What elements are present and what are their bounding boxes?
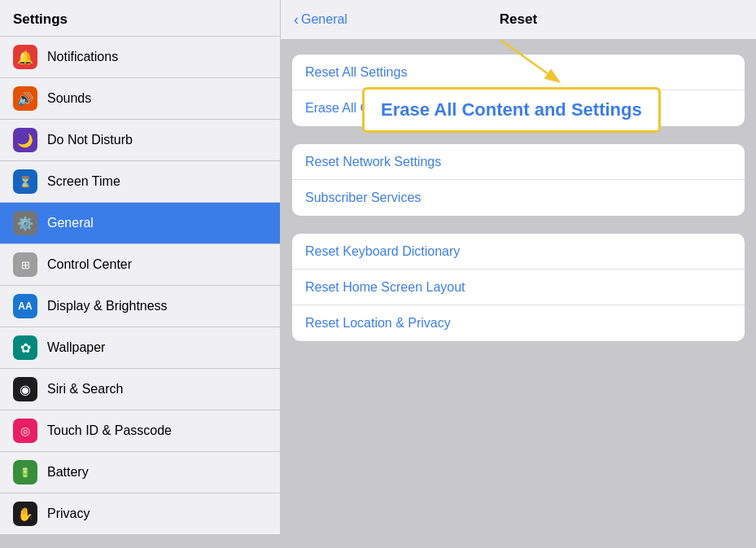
sidebar-item-siri-search[interactable]: ◉ Siri & Search xyxy=(0,369,280,410)
tooltip-box: Erase All Content and Settings xyxy=(362,87,661,133)
subscriber-services-label: Subscriber Services xyxy=(305,191,421,205)
sidebar-title: Settings xyxy=(13,11,68,27)
tooltip-container: Erase All Content and Settings xyxy=(362,87,661,133)
reset-home-row[interactable]: Reset Home Screen Layout xyxy=(292,270,745,305)
sidebar-item-notifications[interactable]: 🔔 Notifications xyxy=(0,37,280,78)
touch-id-icon: ◎ xyxy=(13,419,37,443)
tooltip-text: Erase All Content and Settings xyxy=(381,99,642,121)
sounds-icon: 🔊 xyxy=(13,86,37,111)
main-body: Reset All Settings Erase All Content and… xyxy=(281,40,756,548)
back-chevron-icon: ‹ xyxy=(294,11,299,28)
sidebar-item-label: General xyxy=(47,216,94,230)
reset-network-label: Reset Network Settings xyxy=(305,155,441,169)
general-icon: ⚙️ xyxy=(13,211,37,235)
siri-icon: ◉ xyxy=(13,377,37,401)
sidebar-item-privacy[interactable]: ✋ Privacy xyxy=(0,493,280,535)
back-label: General xyxy=(301,12,347,27)
subscriber-services-row[interactable]: Subscriber Services xyxy=(292,180,745,216)
main-title: Reset xyxy=(294,11,743,28)
sidebar-item-label: Touch ID & Passcode xyxy=(47,423,172,438)
sidebar-item-label: Control Center xyxy=(47,257,132,272)
reset-group-3: Reset Keyboard Dictionary Reset Home Scr… xyxy=(292,234,745,341)
sidebar-item-touch-id[interactable]: ◎ Touch ID & Passcode xyxy=(0,410,280,452)
reset-home-label: Reset Home Screen Layout xyxy=(305,280,465,295)
privacy-icon: ✋ xyxy=(13,502,37,526)
reset-keyboard-row[interactable]: Reset Keyboard Dictionary xyxy=(292,234,745,270)
sidebar-item-sounds[interactable]: 🔊 Sounds xyxy=(0,78,280,120)
sidebar-item-screen-time[interactable]: ⏳ Screen Time xyxy=(0,161,280,203)
reset-location-row[interactable]: Reset Location & Privacy xyxy=(292,305,745,341)
reset-group-2: Reset Network Settings Subscriber Servic… xyxy=(292,144,745,216)
sidebar-item-display-brightness[interactable]: AA Display & Brightness xyxy=(0,286,280,327)
sidebar-item-battery[interactable]: 🔋 Battery xyxy=(0,452,280,493)
sidebar-item-label: Notifications xyxy=(47,50,118,64)
sidebar-item-do-not-disturb[interactable]: 🌙 Do Not Disturb xyxy=(0,120,280,161)
sidebar-item-control-center[interactable]: ⊞ Control Center xyxy=(0,244,280,286)
sidebar-divider xyxy=(0,535,280,548)
sidebar: Settings 🔔 Notifications 🔊 Sounds 🌙 Do N… xyxy=(0,0,281,548)
reset-keyboard-label: Reset Keyboard Dictionary xyxy=(305,244,460,259)
sidebar-header: Settings xyxy=(0,0,280,37)
sidebar-list: 🔔 Notifications 🔊 Sounds 🌙 Do Not Distur… xyxy=(0,37,280,548)
sidebar-item-wallpaper[interactable]: ✿ Wallpaper xyxy=(0,327,280,369)
sidebar-item-label: Display & Brightness xyxy=(47,299,168,313)
main-content: ‹ General Reset Reset All Settings Erase… xyxy=(281,0,756,548)
sidebar-item-label: Do Not Disturb xyxy=(47,133,133,147)
display-icon: AA xyxy=(13,294,37,318)
reset-network-row[interactable]: Reset Network Settings xyxy=(292,144,745,180)
sidebar-item-label: Privacy xyxy=(47,506,90,521)
notifications-icon: 🔔 xyxy=(13,45,37,69)
sidebar-item-label: Sounds xyxy=(47,91,91,106)
reset-all-settings-label: Reset All Settings xyxy=(305,65,407,80)
battery-icon: 🔋 xyxy=(13,460,37,484)
sidebar-item-general[interactable]: ⚙️ General xyxy=(0,203,280,244)
reset-all-settings-row[interactable]: Reset All Settings xyxy=(292,55,745,90)
sidebar-item-label: Wallpaper xyxy=(47,340,105,355)
back-button[interactable]: ‹ General xyxy=(294,11,347,28)
screen-time-icon: ⏳ xyxy=(13,169,37,194)
control-center-icon: ⊞ xyxy=(13,252,37,277)
reset-location-label: Reset Location & Privacy xyxy=(305,316,451,331)
main-header: ‹ General Reset xyxy=(281,0,756,40)
do-not-disturb-icon: 🌙 xyxy=(13,128,37,152)
sidebar-item-label: Battery xyxy=(47,465,89,480)
wallpaper-icon: ✿ xyxy=(13,335,37,360)
sidebar-item-label: Screen Time xyxy=(47,174,120,189)
sidebar-item-label: Siri & Search xyxy=(47,382,123,397)
